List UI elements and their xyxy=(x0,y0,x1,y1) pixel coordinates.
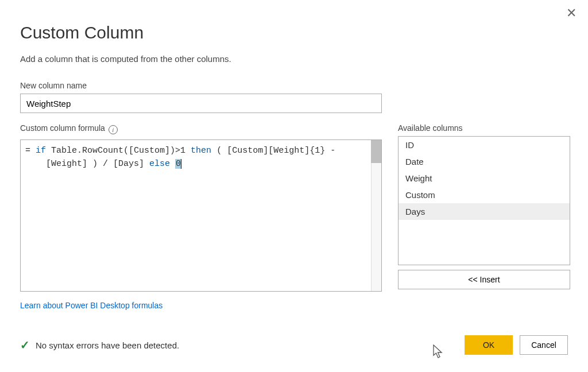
learn-link[interactable]: Learn about Power BI Desktop formulas xyxy=(20,301,163,310)
dialog-footer: ✓ No syntax errors have been detected. O… xyxy=(20,335,568,355)
column-item-days[interactable]: Days xyxy=(399,203,570,220)
formula-label: Custom column formula xyxy=(20,123,105,133)
cancel-button[interactable]: Cancel xyxy=(520,335,568,355)
column-name-input[interactable] xyxy=(20,94,382,113)
info-icon[interactable]: i xyxy=(109,125,118,134)
available-columns-label: Available columns xyxy=(398,123,570,133)
formula-content: if Table.RowCount([Custom])>1 then ( [Cu… xyxy=(36,145,369,170)
available-columns-list[interactable]: ID Date Weight Custom Days xyxy=(398,136,570,265)
status-row: ✓ No syntax errors have been detected. xyxy=(20,338,179,352)
equals-sign: = xyxy=(25,145,30,158)
scrollbar-thumb[interactable] xyxy=(371,140,381,163)
dialog-subtitle: Add a column that is computed from the o… xyxy=(20,54,568,64)
column-item-weight[interactable]: Weight xyxy=(399,170,570,187)
formula-scrollbar[interactable] xyxy=(371,140,381,291)
custom-column-dialog: ✕ Custom Column Add a column that is com… xyxy=(0,0,588,372)
insert-button[interactable]: << Insert xyxy=(398,270,570,289)
check-icon: ✓ xyxy=(20,338,30,352)
column-name-label: New column name xyxy=(20,81,568,90)
close-button[interactable]: ✕ xyxy=(566,6,577,21)
button-row: OK Cancel xyxy=(465,335,568,355)
dialog-title: Custom Column xyxy=(20,23,568,42)
column-item-date[interactable]: Date xyxy=(399,153,570,170)
column-item-custom[interactable]: Custom xyxy=(399,187,570,203)
formula-input[interactable]: = if Table.RowCount([Custom])>1 then ( [… xyxy=(20,140,382,292)
ok-button[interactable]: OK xyxy=(465,335,513,355)
column-item-id[interactable]: ID xyxy=(399,137,570,153)
status-text: No syntax errors have been detected. xyxy=(36,340,179,350)
